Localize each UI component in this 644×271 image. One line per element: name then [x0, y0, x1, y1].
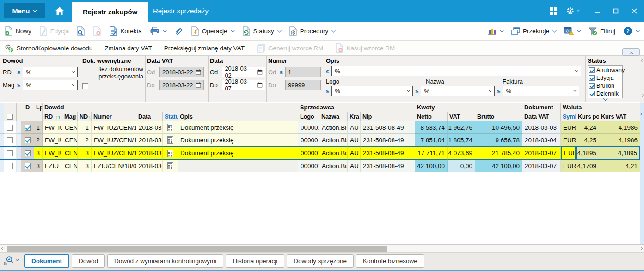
maximize-button[interactable]	[611, 6, 621, 16]
status-option-edycja[interactable]: Edycja	[589, 74, 621, 82]
statusy-button[interactable]: Statusy	[242, 26, 281, 36]
nazwa-filter-select[interactable]: %	[421, 86, 495, 96]
cell-data: 2018-03-07	[136, 146, 163, 160]
mag-filter-select[interactable]: %	[23, 80, 78, 90]
new-button[interactable]: Nowy	[5, 26, 31, 36]
group-sprzedawca: Sprzedawca	[298, 103, 415, 112]
tab-rejestr-zakupow[interactable]: Rejestr zakupów	[72, 2, 148, 22]
procedury-button[interactable]: Procedury	[289, 26, 336, 36]
data-od-input[interactable]: 2018-03-02	[222, 67, 265, 77]
zmiana-daty-vat-button[interactable]: Zmiana daty VAT	[104, 45, 152, 52]
chevron-down-icon	[230, 28, 235, 32]
gear-icon	[566, 6, 575, 15]
numer-do-input: 99999	[285, 80, 321, 90]
header-status[interactable]: Status	[163, 112, 178, 121]
chart-button[interactable]	[488, 27, 503, 35]
home-button[interactable]	[53, 6, 67, 17]
header-nazwa[interactable]: Nazwa	[319, 112, 348, 121]
cell-kurs-pod: 4,25	[576, 134, 599, 146]
cell-symb-focused[interactable]: EUR	[561, 146, 576, 160]
header-kraj[interactable]: Kra	[348, 112, 361, 121]
close-button[interactable]	[629, 6, 639, 16]
cell-rd: FW_IUZ	[43, 134, 62, 146]
help-button[interactable]: ?	[623, 26, 639, 36]
attachments-button[interactable]	[174, 27, 183, 36]
cell-nd: 3	[78, 160, 92, 172]
table-row[interactable]: 3 FZIU CEN 3 FZIU/CEN/18/03/3 2018-03-02…	[0, 160, 640, 172]
bottom-tab-dowod-z-wymiarami[interactable]: Dowód z wymiarami kontrolingowymi	[107, 254, 223, 268]
status-scroll-down-button[interactable]	[588, 99, 623, 100]
row-select-checkbox[interactable]	[7, 163, 13, 169]
faktura-filter-select[interactable]: %	[503, 86, 579, 96]
header-data[interactable]: Data	[136, 112, 163, 121]
status-checkbox[interactable]	[589, 83, 595, 89]
header-nd[interactable]: ND3	[78, 112, 92, 121]
storno-button[interactable]: Storno/Kopiowanie dowodu	[5, 44, 92, 53]
przekroje-button[interactable]: Przekroje	[511, 27, 556, 35]
chevron-right-icon[interactable]	[640, 94, 644, 97]
menu-button[interactable]: Menu	[4, 3, 45, 18]
select-all-checkbox[interactable]	[7, 114, 13, 120]
window-settings-button[interactable]	[564, 27, 581, 35]
header-opis[interactable]: Opis	[178, 112, 298, 121]
header-vat[interactable]: VAT	[448, 112, 475, 121]
row-select-checkbox[interactable]	[7, 125, 13, 131]
header-mag[interactable]: Mag2	[62, 112, 78, 121]
scroll-left-button[interactable]	[0, 245, 6, 252]
scroll-right-button[interactable]	[638, 245, 644, 252]
bez-dokumentow-checkbox[interactable]	[82, 83, 88, 89]
row-select-checkbox[interactable]	[7, 137, 13, 143]
select-all-header[interactable]	[4, 112, 17, 121]
status-option-anulowany[interactable]: Anulowany	[589, 66, 621, 74]
horizontal-scrollbar[interactable]	[0, 244, 644, 252]
rd-filter-select[interactable]: %	[23, 67, 78, 77]
header-rd[interactable]: RD1	[43, 112, 62, 121]
settings-menu-button[interactable]	[566, 6, 579, 15]
status-checkbox[interactable]	[589, 67, 595, 73]
bottom-tab-historia-operacji[interactable]: Historia operacji	[226, 254, 284, 268]
filtruj-button[interactable]: Filtruj	[589, 27, 615, 36]
row-select-checkbox[interactable]	[7, 150, 13, 156]
bottom-tab-dowody-sprzezone[interactable]: Dowody sprzężone	[287, 254, 354, 268]
header-netto[interactable]: Netto	[415, 112, 448, 121]
row-d-checkbox[interactable]	[25, 137, 31, 143]
bottom-tab-kontrole-biznesowe[interactable]: Kontrole biznesowe	[356, 254, 424, 268]
header-nip[interactable]: Nip	[361, 112, 415, 121]
cell-lp: 3	[34, 146, 43, 160]
row-d-checkbox[interactable]	[25, 163, 31, 169]
print-button[interactable]	[150, 27, 166, 36]
minimize-button[interactable]	[592, 6, 602, 16]
status-option-brulion[interactable]: Brulion	[589, 82, 621, 90]
header-data-vat[interactable]: Data VAT	[522, 112, 561, 121]
help-icon: ?	[623, 26, 632, 36]
korekta-button[interactable]: Korekta	[109, 26, 142, 36]
bottom-tab-dowod[interactable]: Dowód	[72, 254, 105, 268]
przeksieguj-zmiane-daty-vat-button[interactable]: Przeksięguj zmianę daty VAT	[164, 45, 245, 52]
opis-filter-select[interactable]: %	[331, 66, 581, 76]
table-row[interactable]: 2 FW_IUZ CEN 2 FW_IUZ/CEN/18/2 2018-03-0…	[0, 134, 640, 146]
row-d-checkbox[interactable]	[25, 150, 31, 156]
header-kurs-pod[interactable]: Kurs pod.	[576, 112, 599, 121]
chevron-left-icon[interactable]	[640, 59, 644, 62]
preview-button[interactable]	[77, 26, 85, 36]
scrollbar-thumb[interactable]	[7, 246, 387, 252]
chevron-left-icon[interactable]	[640, 113, 644, 116]
data-do-input[interactable]: 2018-03-07	[222, 80, 265, 90]
header-brutto[interactable]: Brutto	[475, 112, 522, 121]
bottom-tab-dokument[interactable]: Dokument	[24, 254, 69, 268]
header-symb[interactable]: Symb	[561, 112, 576, 121]
tab-rejestr-sprzedazy[interactable]: Rejestr sprzedaży	[146, 0, 216, 22]
table-row[interactable]: 1 FW_IUZ CEN 1 FW_IUZ/CEN/18/1 2018-03-0…	[0, 121, 640, 134]
filter-collapse-button[interactable]	[622, 48, 640, 56]
detail-view-button[interactable]	[4, 256, 18, 265]
table-row-selected[interactable]: 3 FW_IUZ CEN 3 FW_IUZ/CEN/18/3 2018-03-0…	[0, 146, 640, 160]
header-numer[interactable]: Numer	[92, 112, 136, 121]
header-logo[interactable]: Logo	[298, 112, 319, 121]
logo-filter-select[interactable]: %	[331, 86, 413, 96]
status-checkbox[interactable]	[589, 91, 595, 96]
row-d-checkbox[interactable]	[25, 125, 31, 131]
operacje-button[interactable]: Operacje	[191, 26, 234, 36]
apps-grid-icon[interactable]	[549, 7, 558, 15]
status-checkbox[interactable]	[589, 75, 595, 81]
header-kurs-vat[interactable]: Kurs VAT	[599, 112, 640, 121]
